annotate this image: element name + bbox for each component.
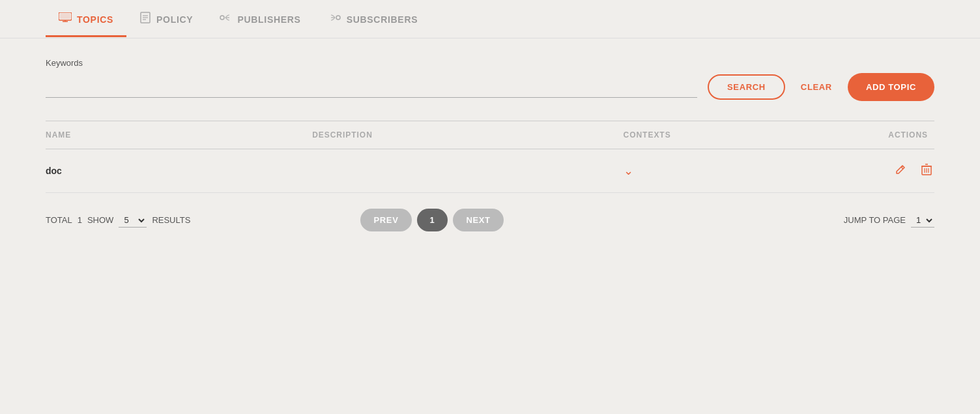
- pagination-row: TOTAL 1 SHOW 5 10 25 50 RESULTS PREV 1 N…: [46, 209, 934, 231]
- svg-rect-1: [60, 14, 70, 19]
- next-button[interactable]: NEXT: [453, 209, 503, 231]
- search-section: Keywords SEARCH CLEAR ADD TOPIC: [46, 58, 934, 101]
- delete-button[interactable]: [919, 161, 934, 181]
- main-content: Keywords SEARCH CLEAR ADD TOPIC NAME DES…: [0, 38, 980, 251]
- add-topic-button[interactable]: ADD TOPIC: [848, 73, 934, 101]
- subscribers-icon: [327, 12, 341, 26]
- page-1-button[interactable]: 1: [417, 209, 448, 231]
- table-header-row: NAME DESCRIPTION CONTEXTS ACTIONS: [46, 121, 934, 149]
- results-label: RESULTS: [152, 215, 190, 225]
- tab-subscribers-label: SUBSCRIBERS: [347, 14, 418, 25]
- search-row: SEARCH CLEAR ADD TOPIC: [46, 73, 934, 101]
- top-nav: TOPICS POLICY PUBLISHERS: [0, 0, 980, 38]
- total-label: TOTAL: [46, 215, 72, 225]
- tab-policy[interactable]: POLICY: [126, 0, 206, 38]
- svg-line-10: [901, 167, 903, 169]
- publishers-icon: [219, 12, 232, 26]
- clear-button[interactable]: CLEAR: [796, 76, 837, 98]
- col-header-actions: ACTIONS: [801, 121, 934, 149]
- show-label: SHOW: [87, 215, 113, 225]
- row-name: doc: [46, 149, 312, 193]
- tab-topics-label: TOPICS: [77, 14, 113, 25]
- row-description: [312, 149, 623, 193]
- prev-button[interactable]: PREV: [360, 209, 411, 231]
- tab-subscribers[interactable]: SUBSCRIBERS: [314, 1, 431, 37]
- tab-topics[interactable]: TOPICS: [46, 1, 126, 37]
- svg-point-9: [336, 16, 340, 20]
- topics-icon: [59, 12, 72, 26]
- search-button[interactable]: SEARCH: [708, 74, 785, 100]
- col-header-contexts: CONTEXTS: [624, 121, 801, 149]
- row-actions: [801, 149, 934, 193]
- jump-label: JUMP TO PAGE: [844, 215, 906, 225]
- edit-button[interactable]: [893, 162, 908, 180]
- keywords-input[interactable]: [46, 76, 697, 98]
- keywords-label: Keywords: [46, 58, 934, 68]
- total-info: TOTAL 1 SHOW 5 10 25 50 RESULTS: [46, 213, 190, 228]
- contexts-chevron-icon[interactable]: ⌄: [624, 164, 633, 177]
- pagination-controls: PREV 1 NEXT: [360, 209, 503, 231]
- row-contexts: ⌄: [624, 149, 801, 193]
- tab-policy-label: POLICY: [156, 14, 193, 25]
- show-select[interactable]: 5 10 25 50: [119, 213, 147, 228]
- tab-publishers[interactable]: PUBLISHERS: [206, 1, 313, 37]
- col-header-description: DESCRIPTION: [312, 121, 623, 149]
- col-header-name: NAME: [46, 121, 312, 149]
- tab-publishers-label: PUBLISHERS: [237, 14, 300, 25]
- jump-select[interactable]: 1: [911, 213, 934, 228]
- table-row: doc ⌄: [46, 149, 934, 193]
- svg-point-8: [220, 16, 224, 20]
- policy-icon: [139, 12, 151, 27]
- topics-table: NAME DESCRIPTION CONTEXTS ACTIONS doc ⌄: [46, 121, 934, 193]
- total-count: 1: [78, 215, 82, 225]
- jump-to-page: JUMP TO PAGE 1: [844, 213, 934, 228]
